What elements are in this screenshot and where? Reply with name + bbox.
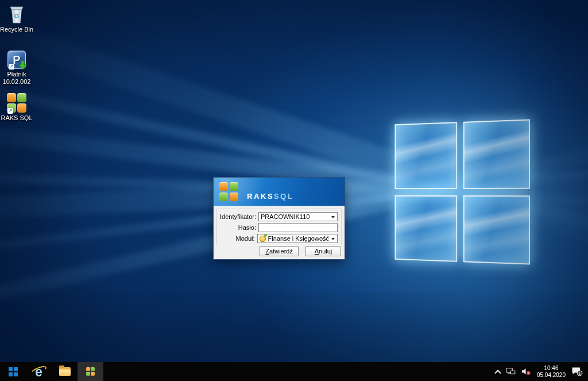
module-value: Finanse i Księgowość [268,235,329,242]
wallpaper-window-pane [463,195,530,265]
dialog-header: RAKSSQL [214,178,345,206]
start-button[interactable] [0,362,26,381]
taskbar-button-internet-explorer[interactable]: e [26,362,52,381]
notification-badge: 1 [579,371,581,375]
clock-time: 10:46 [537,365,566,372]
wallpaper-window-pane [394,195,457,261]
chevron-down-icon [331,216,335,220]
internet-explorer-icon: e [32,364,47,379]
desktop-icon-label: Recycle Bin [0,26,34,33]
windows-start-icon [9,367,18,376]
finance-module-icon [260,236,266,242]
wallpaper-window-pane [394,122,457,188]
shortcut-arrow-icon: ↗ [7,108,13,114]
screen: ♻ Recycle Bin P ↗ Płatnik 10.02.002 [0,0,588,381]
submit-button[interactable]: Zatwierdź [260,246,299,256]
taskbar-button-raks-sql[interactable] [78,362,103,381]
desktop-icon-platnik[interactable]: P ↗ Płatnik 10.02.002 [0,48,34,86]
taskbar-button-file-explorer[interactable] [52,362,78,381]
taskbar: e 10:46 [0,362,588,381]
raks-login-dialog: RAKSSQL Identyfikator: PRACOWNIK110 Hasł… [213,177,345,260]
module-label: Moduł: [218,235,255,242]
platnik-icon: P ↗ [0,48,34,69]
desktop-icon-recycle-bin[interactable]: ♻ Recycle Bin [0,3,34,33]
recycle-bin-icon: ♻ [0,3,34,24]
taskbar-clock[interactable]: 10:46 05.04.2020 [537,365,566,379]
brand-bold: RAKS [247,192,274,201]
dialog-body: Identyfikator: PRACOWNIK110 Hasło: M [214,206,345,259]
raks-logo-icon [219,182,238,201]
password-field-frame [258,223,338,232]
desktop-icon-raks-sql[interactable]: ↗ RAKS SQL [0,92,34,122]
network-icon[interactable] [506,368,516,375]
wallpaper: ♻ Recycle Bin P ↗ Płatnik 10.02.002 [0,0,588,362]
hidden-icons-chevron[interactable] [494,370,501,376]
svg-text:♻: ♻ [14,13,20,20]
password-label: Hasło: [218,224,256,231]
file-explorer-icon [59,367,71,376]
raks-brand-text: RAKSSQL [247,192,293,201]
password-input[interactable] [261,224,335,232]
clock-date: 05.04.2020 [537,372,566,379]
desktop-icon-label: Płatnik [0,71,34,78]
identifier-combo[interactable]: PRACOWNIK110 [258,212,338,221]
green-download-arrow-icon [18,60,28,70]
volume-muted-icon[interactable] [521,368,531,375]
raks-sql-icon: ↗ [0,92,34,113]
module-combo[interactable]: Finanse i Księgowość [257,234,338,243]
system-tray: 10:46 05.04.2020 1 [496,362,588,381]
chevron-down-icon [331,238,335,242]
desktop-icon-sublabel: 10.02.002 [0,78,34,86]
desktop-icon-label: RAKS SQL [0,114,34,122]
brand-sql: SQL [274,192,293,201]
action-center-icon[interactable]: 1 [571,367,583,376]
identifier-label: Identyfikator: [218,213,256,220]
windows-logo [394,119,530,264]
cancel-button[interactable]: Anuluj [305,246,341,256]
identifier-value: PRACOWNIK110 [261,213,310,220]
shortcut-arrow-icon: ↗ [9,64,14,70]
wallpaper-window-pane [463,119,530,188]
raks-sql-icon [86,367,95,376]
